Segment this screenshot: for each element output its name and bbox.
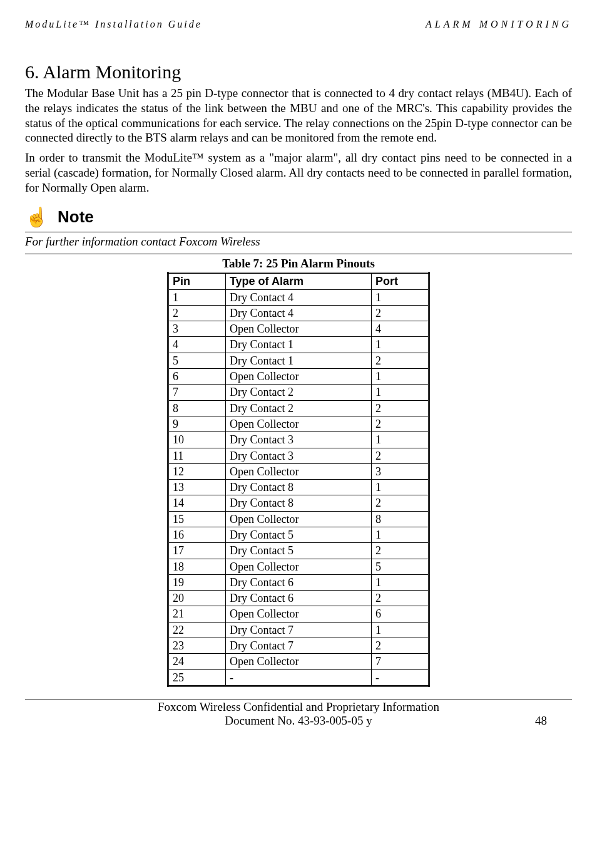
section-heading: 6. Alarm Monitoring	[25, 61, 572, 83]
col-header-type: Type of Alarm	[225, 273, 371, 289]
table-cell: 17	[168, 543, 226, 559]
table-cell: 15	[168, 511, 226, 527]
divider	[25, 254, 572, 254]
table-cell: Dry Contact 1	[225, 337, 371, 353]
table-cell: 2	[372, 305, 429, 321]
note-subtext: For further information contact Foxcom W…	[25, 235, 572, 249]
page-header: ModuLite™ Installation Guide ALARM MONIT…	[25, 19, 572, 30]
table-row: 20Dry Contact 62	[168, 591, 429, 606]
table-cell: 4	[168, 337, 226, 353]
table-cell: 16	[168, 527, 226, 543]
table-cell: 2	[372, 591, 429, 606]
page-footer: Foxcom Wireless Confidential and Proprie…	[25, 700, 572, 728]
table-cell: 10	[168, 432, 226, 448]
table-cell: Dry Contact 6	[225, 591, 371, 606]
table-cell: 1	[372, 622, 429, 638]
table-cell: Dry Contact 6	[225, 574, 371, 590]
table-cell: 1	[372, 574, 429, 590]
col-header-pin: Pin	[168, 273, 226, 289]
table-cell: 1	[372, 527, 429, 543]
table-cell: 11	[168, 448, 226, 463]
table-cell: 22	[168, 622, 226, 638]
table-cell: 2	[372, 638, 429, 654]
table-cell: 7	[372, 654, 429, 669]
table-row: 18Open Collector5	[168, 559, 429, 574]
table-row: 15Open Collector8	[168, 511, 429, 527]
table-cell: 1	[372, 337, 429, 353]
page-number: 48	[535, 714, 547, 728]
table-cell: 14	[168, 495, 226, 511]
table-row: 9Open Collector2	[168, 416, 429, 431]
table-cell: 8	[372, 511, 429, 527]
table-row: 14Dry Contact 82	[168, 495, 429, 511]
table-cell: 23	[168, 638, 226, 654]
table-row: 7Dry Contact 21	[168, 385, 429, 400]
table-cell: 9	[168, 416, 226, 431]
table-cell: Dry Contact 4	[225, 305, 371, 321]
table-cell: 4	[372, 321, 429, 337]
divider	[25, 232, 572, 232]
table-cell: Dry Contact 2	[225, 400, 371, 416]
table-cell: 2	[168, 305, 226, 321]
body-paragraph-1: The Modular Base Unit has a 25 pin D-typ…	[25, 86, 572, 145]
table-cell: 5	[168, 353, 226, 368]
table-cell: Open Collector	[225, 463, 371, 479]
table-cell: 1	[372, 385, 429, 400]
note-label: Note	[58, 207, 94, 227]
table-cell: 18	[168, 559, 226, 574]
table-row: 2Dry Contact 42	[168, 305, 429, 321]
table-cell: 2	[372, 353, 429, 368]
table-row: 8Dry Contact 22	[168, 400, 429, 416]
table-cell: Dry Contact 5	[225, 527, 371, 543]
table-cell: -	[225, 669, 371, 686]
table-cell: Dry Contact 8	[225, 480, 371, 495]
col-header-port: Port	[372, 273, 429, 289]
table-cell: 6	[372, 606, 429, 622]
table-row: 1Dry Contact 41	[168, 289, 429, 305]
table-row: 19Dry Contact 61	[168, 574, 429, 590]
table-cell: 2	[372, 543, 429, 559]
table-cell: 1	[372, 289, 429, 305]
footer-confidential: Foxcom Wireless Confidential and Proprie…	[25, 700, 572, 714]
table-cell: Open Collector	[225, 654, 371, 669]
table-cell: 1	[168, 289, 226, 305]
table-row: 21Open Collector6	[168, 606, 429, 622]
table-cell: Dry Contact 3	[225, 432, 371, 448]
table-row: 11Dry Contact 32	[168, 448, 429, 463]
header-right: ALARM MONITORING	[426, 19, 572, 30]
table-cell: -	[372, 669, 429, 686]
table-cell: 25	[168, 669, 226, 686]
table-row: 13Dry Contact 81	[168, 480, 429, 495]
table-row: 23Dry Contact 72	[168, 638, 429, 654]
table-cell: Dry Contact 1	[225, 353, 371, 368]
table-row: 24Open Collector7	[168, 654, 429, 669]
table-cell: Dry Contact 7	[225, 638, 371, 654]
table-cell: 2	[372, 416, 429, 431]
table-row: 16Dry Contact 51	[168, 527, 429, 543]
table-cell: Dry Contact 4	[225, 289, 371, 305]
table-cell: Open Collector	[225, 606, 371, 622]
table-cell: Dry Contact 3	[225, 448, 371, 463]
table-row: 17Dry Contact 52	[168, 543, 429, 559]
table-cell: 2	[372, 448, 429, 463]
table-cell: 7	[168, 385, 226, 400]
table-cell: 2	[372, 495, 429, 511]
table-row: 3Open Collector4	[168, 321, 429, 337]
table-cell: Dry Contact 2	[225, 385, 371, 400]
table-header-row: Pin Type of Alarm Port	[168, 273, 429, 289]
table-cell: 1	[372, 480, 429, 495]
table-row: 6Open Collector1	[168, 369, 429, 385]
table-row: 22Dry Contact 71	[168, 622, 429, 638]
table-row: 10Dry Contact 31	[168, 432, 429, 448]
table-caption: Table 7: 25 Pin Alarm Pinouts	[25, 257, 572, 271]
table-cell: 12	[168, 463, 226, 479]
table-cell: 20	[168, 591, 226, 606]
table-cell: 1	[372, 369, 429, 385]
table-cell: 3	[372, 463, 429, 479]
hand-point-icon: ☝	[25, 208, 48, 227]
table-cell: Dry Contact 8	[225, 495, 371, 511]
table-row: 5Dry Contact 12	[168, 353, 429, 368]
table-cell: 1	[372, 432, 429, 448]
footer-docnum: Document No. 43-93-005-05 y	[225, 714, 372, 728]
table-cell: 6	[168, 369, 226, 385]
